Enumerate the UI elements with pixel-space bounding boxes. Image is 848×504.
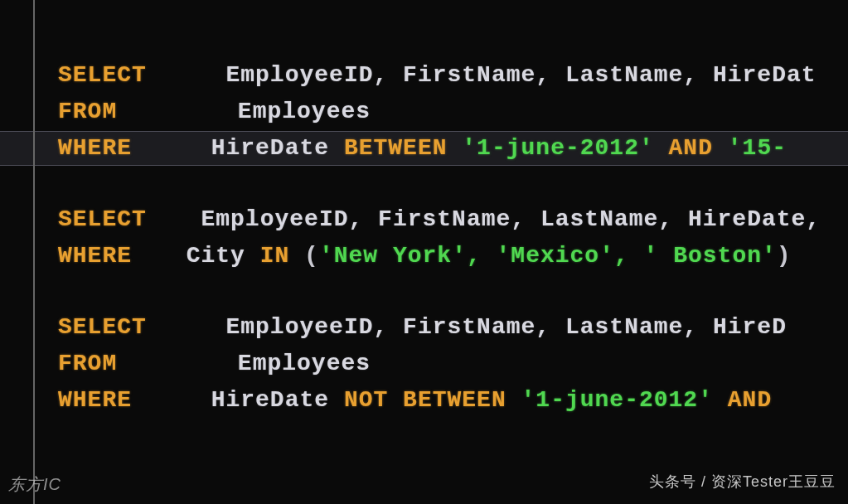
paren-close: ) [777,243,792,269]
code-line[interactable]: SELECT EmployeeID, FirstName, LastName, … [58,202,848,237]
sql-columns: EmployeeID, FirstName, LastName, HireD [225,314,787,340]
code-line[interactable]: FROM Employees [58,346,848,381]
sql-table: Employees [238,351,371,376]
code-line[interactable]: FROM Employees [58,94,848,129]
sql-string: '1-june-2012' [462,135,653,161]
sql-keyword-between: BETWEEN [344,135,448,161]
sql-keyword-and: AND [669,135,713,161]
watermark-right: 头条号 / 资深Tester王豆豆 [649,472,836,492]
sql-keyword-select: SELECT [58,314,147,340]
paren-open: ( [304,243,319,269]
sql-keyword-and: AND [728,387,772,413]
sql-column: City [187,243,245,269]
sql-keyword-select: SELECT [58,206,147,232]
sql-string: '15- [728,135,787,161]
code-line-highlighted[interactable]: WHERE HireDate BETWEEN '1-june-2012' AND… [58,131,848,166]
sql-keyword-in: IN [260,243,290,269]
sql-column: HireDate [211,135,329,161]
code-line[interactable]: WHERE City IN ('New York', 'Mexico', ' B… [58,239,848,274]
sql-table: Employees [238,99,371,124]
sql-columns: EmployeeID, FirstName, LastName, HireDat [225,62,816,88]
code-line[interactable]: WHERE HireDate NOT BETWEEN '1-june-2012'… [58,383,848,418]
code-line[interactable]: SELECT EmployeeID, FirstName, LastName, … [58,58,848,93]
blank-line [58,167,848,202]
sql-keyword-from: FROM [58,351,117,376]
sql-keyword-from: FROM [58,99,117,124]
code-editor[interactable]: SELECT EmployeeID, FirstName, LastName, … [0,0,848,418]
blank-line [58,275,848,310]
sql-string: '1-june-2012' [521,387,713,413]
sql-string: 'New York', 'Mexico', ' Boston' [319,243,777,269]
sql-columns: EmployeeID, FirstName, LastName, HireDat… [201,206,821,232]
sql-keyword-where: WHERE [58,243,132,269]
sql-keyword-where: WHERE [58,387,132,413]
sql-column: HireDate [211,387,329,413]
sql-keyword-not-between: NOT BETWEEN [344,387,506,413]
code-line[interactable]: SELECT EmployeeID, FirstName, LastName, … [58,310,848,345]
watermark-left: 东方IC [8,473,61,496]
sql-keyword-select: SELECT [58,62,147,88]
sql-keyword-where: WHERE [58,135,132,161]
